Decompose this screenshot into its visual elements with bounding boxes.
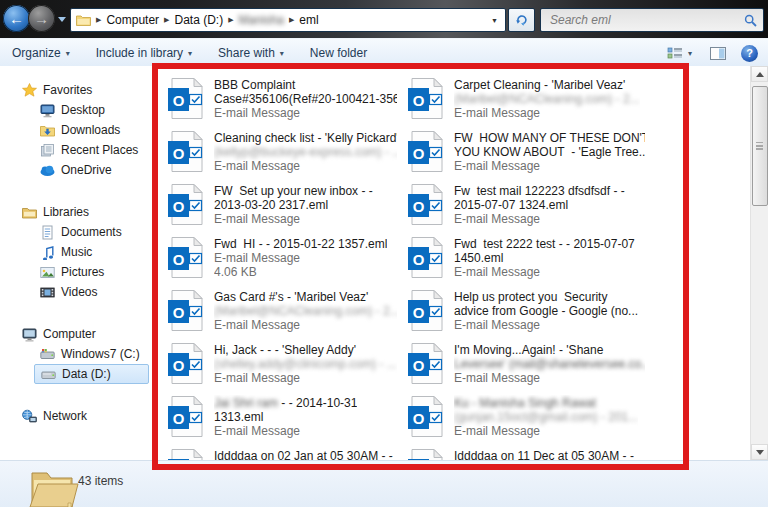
sidebar-item-recent-places[interactable]: Recent Places bbox=[0, 140, 153, 160]
file-item[interactable]: OCarpet Cleaning - 'Maribel Veaz'(Maribe… bbox=[399, 77, 645, 130]
scroll-up-button[interactable] bbox=[751, 66, 768, 82]
svg-text:O: O bbox=[413, 198, 425, 215]
file-text: Fwd test 2222 test - - 2015-07-071450.em… bbox=[454, 236, 635, 279]
toolbar-label: New folder bbox=[310, 46, 367, 60]
breadcrumb-segment-eml[interactable]: eml bbox=[299, 13, 318, 27]
breadcrumb-arrow-icon: ▶ bbox=[228, 16, 233, 24]
file-item[interactable]: OHi, Jack - - - 'Shelley Addy'(shelley.a… bbox=[159, 342, 397, 395]
libraries-icon bbox=[22, 205, 37, 220]
file-title-line: BBB Complaint bbox=[214, 78, 397, 92]
file-subtitle: E-mail Message bbox=[214, 251, 387, 265]
file-title-line: advice from Google - Google (no... bbox=[454, 304, 638, 318]
sidebar-item-libraries[interactable]: Libraries bbox=[0, 202, 153, 222]
onedrive-icon bbox=[40, 163, 55, 178]
breadcrumb: ▶Computer▶Data (D:)▶Manisha▶eml bbox=[91, 13, 319, 27]
file-item[interactable]: OFW Set up your new inbox - -2013-03-20 … bbox=[159, 183, 397, 236]
sidebar-label: Libraries bbox=[43, 205, 89, 219]
change-view-button[interactable]: ▾ bbox=[664, 44, 695, 63]
file-item[interactable]: OIddddaa on 11 Dec at 05 30AM - - bbox=[399, 448, 645, 460]
help-button[interactable]: ? bbox=[741, 45, 758, 62]
file-text: Fw test mail 122223 dfsdfsdf - -2015-07-… bbox=[454, 183, 625, 226]
navigation-pane: FavoritesDesktopDownloadsRecent PlacesOn… bbox=[0, 66, 153, 460]
file-title-line: I'm Moving...Again! - 'Shane bbox=[454, 343, 645, 357]
file-text: Gas Card #'s - 'Maribel Veaz'(Maribel@NC… bbox=[214, 289, 397, 332]
file-title-line: Carpet Cleaning - 'Maribel Veaz' bbox=[454, 78, 640, 92]
sidebar-item-data-d[interactable]: Data (D:) bbox=[34, 364, 149, 384]
scrollbar-thumb[interactable] bbox=[752, 86, 768, 206]
file-item[interactable]: OIddddaa on 02 Jan at 05 30AM - - bbox=[159, 448, 397, 460]
sidebar-item-computer[interactable]: Computer bbox=[0, 324, 153, 344]
file-title-line: Iddddaa on 11 Dec at 05 30AM - - bbox=[454, 449, 634, 460]
file-subtitle: E-mail Message bbox=[214, 106, 397, 120]
file-text: Ku - Manisha Singh Rawat(gunjan.15oct@gm… bbox=[454, 395, 638, 438]
nav-history-chevron-icon[interactable] bbox=[58, 17, 66, 22]
file-title-line: Cleaning check list - 'Kelly Pickard' bbox=[214, 131, 397, 145]
breadcrumb-segment-data-d[interactable]: Data (D:) bbox=[174, 13, 223, 27]
breadcrumb-segment-manisha[interactable]: Manisha bbox=[239, 13, 284, 27]
outlook-eml-icon: O bbox=[167, 130, 205, 173]
file-title-line: Hi, Jack - - - 'Shelley Addy' bbox=[214, 343, 397, 357]
sidebar-item-desktop[interactable]: Desktop bbox=[0, 100, 153, 120]
file-item[interactable]: OFwd HI - - 2015-01-22 1357.emlE-mail Me… bbox=[159, 236, 397, 289]
outlook-eml-icon: O bbox=[407, 236, 445, 279]
refresh-button[interactable] bbox=[508, 8, 535, 32]
views-dropdown-icon[interactable]: ▾ bbox=[688, 49, 692, 58]
file-item[interactable]: OFW HOW MANY OF THESE DON'TYOU KNOW ABOU… bbox=[399, 130, 645, 183]
file-subtitle: E-mail Message bbox=[454, 159, 645, 173]
share-with-button[interactable]: Share with▾ bbox=[212, 43, 290, 63]
drive-data-icon bbox=[41, 367, 56, 382]
file-subtitle: E-mail Message bbox=[454, 212, 625, 226]
new-folder-button[interactable]: New folder bbox=[304, 43, 373, 63]
file-item[interactable]: OFwd test 2222 test - - 2015-07-071450.e… bbox=[399, 236, 645, 289]
outlook-eml-icon: O bbox=[407, 77, 445, 120]
file-title-line: Fwd test 2222 test - - 2015-07-07 bbox=[454, 237, 635, 251]
breadcrumb-segment-computer[interactable]: Computer bbox=[106, 13, 159, 27]
file-subtitle: (gunjan.15oct@gmail.com) - 201... bbox=[454, 410, 638, 424]
breadcrumb-arrow-icon: ▶ bbox=[96, 16, 101, 24]
file-item[interactable]: OFw test mail 122223 dfsdfsdf - -2015-07… bbox=[399, 183, 645, 236]
sidebar-item-favorites[interactable]: Favorites bbox=[0, 80, 153, 100]
sidebar-item-network[interactable]: Network bbox=[0, 406, 153, 426]
sidebar-item-music[interactable]: Music bbox=[0, 242, 153, 262]
search-icon[interactable] bbox=[744, 14, 757, 27]
videos-icon bbox=[40, 285, 55, 300]
preview-pane-button[interactable] bbox=[707, 44, 729, 63]
address-dropdown-icon[interactable]: ▼ bbox=[491, 17, 498, 24]
file-item[interactable]: OBBB ComplaintCase#356106(Ref#20-100421-… bbox=[159, 77, 397, 130]
vertical-scrollbar[interactable] bbox=[750, 66, 768, 460]
scroll-down-button[interactable] bbox=[751, 444, 768, 460]
include-in-library-button[interactable]: Include in library▾ bbox=[90, 43, 198, 63]
file-text: Jai Shri ram - - 2014-10-311313.emlE-mai… bbox=[214, 395, 357, 438]
svg-text:O: O bbox=[413, 92, 425, 109]
organize-button[interactable]: Organize▾ bbox=[6, 43, 76, 63]
file-item[interactable]: OHelp us protect you Securityadvice from… bbox=[399, 289, 645, 342]
file-text: Iddddaa on 11 Dec at 05 30AM - - bbox=[454, 448, 634, 460]
sidebar-item-onedrive[interactable]: OneDrive bbox=[0, 160, 153, 180]
file-item[interactable]: OI'm Moving...Again! - 'ShaneLeversee' (… bbox=[399, 342, 645, 395]
outlook-eml-icon: O bbox=[407, 289, 445, 332]
outlook-eml-icon: O bbox=[407, 130, 445, 173]
sidebar-item-documents[interactable]: Documents bbox=[0, 222, 153, 242]
file-subtitle: E-mail Message bbox=[214, 318, 397, 332]
sidebar-item-windows7-c[interactable]: Windows7 (C:) bbox=[0, 344, 153, 364]
file-title-line: 2015-07-07 1324.eml bbox=[454, 198, 625, 212]
thumb-grip-icon bbox=[756, 142, 763, 144]
desktop-icon bbox=[40, 103, 55, 118]
sidebar-group-network: Network bbox=[0, 406, 153, 426]
file-item[interactable]: OJai Shri ram - - 2014-10-311313.emlE-ma… bbox=[159, 395, 397, 448]
sidebar-item-videos[interactable]: Videos bbox=[0, 282, 153, 302]
search-input[interactable] bbox=[548, 12, 738, 28]
address-bar[interactable]: ▶Computer▶Data (D:)▶Manisha▶eml ▼ bbox=[70, 8, 506, 32]
file-item[interactable]: OGas Card #'s - 'Maribel Veaz'(Maribel@N… bbox=[159, 289, 397, 342]
sidebar-group-libraries: LibrariesDocumentsMusicPicturesVideos bbox=[0, 202, 153, 302]
sidebar-item-downloads[interactable]: Downloads bbox=[0, 120, 153, 140]
forward-button[interactable]: → bbox=[28, 5, 55, 32]
sidebar-label: Desktop bbox=[61, 103, 105, 117]
file-item[interactable]: OCleaning check list - 'Kelly Pickard'(k… bbox=[159, 130, 397, 183]
search-box[interactable] bbox=[540, 8, 764, 32]
file-title-line: Ku - Manisha Singh Rawat bbox=[454, 396, 638, 410]
file-text: Hi, Jack - - - 'Shelley Addy'(shelley.ad… bbox=[214, 342, 397, 385]
file-item[interactable]: OKu - Manisha Singh Rawat(gunjan.15oct@g… bbox=[399, 395, 645, 448]
back-button[interactable]: ← bbox=[3, 5, 30, 32]
sidebar-item-pictures[interactable]: Pictures bbox=[0, 262, 153, 282]
